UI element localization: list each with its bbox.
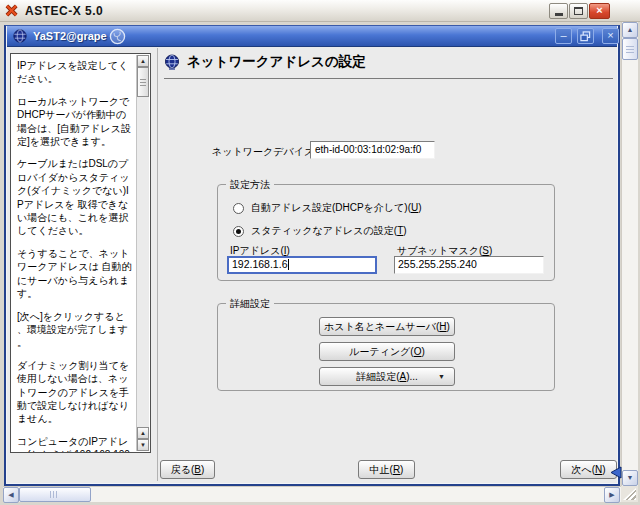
back-button[interactable]: 戻る(B) <box>160 460 215 479</box>
advanced-menu-button[interactable]: 詳細設定(A)... ▼ <box>319 367 455 386</box>
panel-divider <box>157 48 158 481</box>
abort-button[interactable]: 中止(R) <box>358 460 415 479</box>
help-scroll-thumb[interactable] <box>137 67 149 97</box>
next-button[interactable]: 次へ(N) <box>560 460 617 479</box>
scroll-up-button[interactable]: ▲ <box>137 427 149 439</box>
busy-swirl-cursor-icon <box>109 28 126 45</box>
close-icon: × <box>596 4 602 16</box>
help-paragraph: コンピュータのIPアドレス(たとえば 192.168.100.99)、ネットワー… <box>17 435 132 453</box>
arrow-down-icon: ▼ <box>627 474 634 481</box>
heading-separator <box>164 78 613 79</box>
help-scrollbar[interactable]: ▲ ▲ ▼ <box>136 55 149 451</box>
outer-horizontal-scrollbar[interactable]: ◀ ▶ <box>3 486 621 502</box>
yast-restore-button[interactable] <box>577 28 594 44</box>
yast-window-title: YaST2@grape <box>33 30 107 42</box>
restore-icon <box>580 31 591 42</box>
outer-window-title: ASTEC-X 5.0 <box>25 4 103 18</box>
help-paragraph: [次へ]をクリックすると、環境設定が完了します。 <box>17 310 132 350</box>
routing-button[interactable]: ルーティング(O) <box>319 342 455 361</box>
scroll-up-button[interactable]: ▲ <box>622 22 638 38</box>
hostname-nameserver-button[interactable]: ホスト名とネームサーバ(H) <box>319 317 455 336</box>
radio-button-icon[interactable] <box>233 203 244 214</box>
page-title: ネットワークアドレスの設定 <box>187 53 366 71</box>
yast2-window: YaST2@grape – × IPアドレスを設定してください。 ローカルネット… <box>4 25 620 486</box>
arrow-up-icon: ▲ <box>627 26 634 33</box>
text-caret <box>288 259 289 270</box>
ip-address-value: 192.168.1.6 <box>232 258 287 270</box>
help-paragraph: ダイナミック割り当てを使用しない場合は、ネットワークのアドレスを手動で設定しなけ… <box>17 359 132 426</box>
radio-dhcp[interactable]: 自動アドレス設定(DHCPを介して)(U) <box>233 201 422 215</box>
scroll-down-button[interactable]: ▼ <box>137 439 149 451</box>
groupbox-title: 設定方法 <box>226 178 274 192</box>
subnet-mask-input[interactable]: 255.255.255.240 <box>394 256 544 274</box>
arrow-up-icon: ▲ <box>140 430 146 436</box>
outer-minimize-button[interactable] <box>549 3 568 19</box>
arrow-left-icon: ◀ <box>8 491 13 498</box>
astec-x-logo-icon <box>5 3 20 18</box>
scroll-right-button[interactable]: ▶ <box>604 487 620 503</box>
radio-static-label[interactable]: スタティックなアドレスの設定(T) <box>251 224 407 238</box>
arrow-right-icon: ▶ <box>609 491 614 498</box>
yast-minimize-button[interactable]: – <box>555 28 572 44</box>
method-groupbox: 設定方法 自動アドレス設定(DHCPを介して)(U) スタティックなアドレスの設… <box>217 184 555 281</box>
scroll-left-button[interactable]: ◀ <box>3 487 19 503</box>
advanced-groupbox: 詳細設定 ホスト名とネームサーバ(H) ルーティング(O) 詳細設定(A)...… <box>217 303 555 391</box>
dropdown-arrow-icon: ▼ <box>438 373 445 380</box>
radio-static[interactable]: スタティックなアドレスの設定(T) <box>233 224 407 238</box>
minimize-icon: – <box>560 29 566 41</box>
scroll-up-button[interactable]: ▲ <box>137 55 149 67</box>
yast-globe-icon <box>164 54 180 70</box>
radio-button-icon[interactable] <box>233 226 244 237</box>
outer-titlebar[interactable]: ASTEC-X 5.0 <box>0 0 640 22</box>
page-heading: ネットワークアドレスの設定 <box>164 53 366 71</box>
close-icon: × <box>607 29 613 41</box>
device-label: ネットワークデバイス <box>212 145 314 159</box>
device-value-box: eth-id-00:03:1d:02:9a:f0 <box>310 141 435 159</box>
minimize-icon <box>555 13 563 16</box>
outer-close-button[interactable]: × <box>589 3 610 19</box>
outer-maximize-button[interactable] <box>569 3 588 19</box>
advanced-menu-label: 詳細設定(A)... <box>356 370 418 384</box>
radio-dhcp-label[interactable]: 自動アドレス設定(DHCPを介して)(U) <box>251 201 422 215</box>
vertical-scroll-thumb[interactable] <box>622 38 638 60</box>
yast-close-button[interactable]: × <box>602 28 619 44</box>
help-paragraph: そうすることで、ネットワークアドレスは 自動的にサーバから与えられます。 <box>17 247 132 301</box>
outer-vertical-scrollbar[interactable]: ▲ ▼ <box>621 22 638 486</box>
help-paragraph: ケーブルまたはDSLのプロバイダからスタティック(ダイナミックでない)IPアドレ… <box>17 157 132 237</box>
mouse-cursor <box>610 466 622 479</box>
help-paragraph: IPアドレスを設定してください。 <box>17 59 132 86</box>
yast-titlebar[interactable]: YaST2@grape <box>7 26 617 47</box>
help-panel: IPアドレスを設定してください。 ローカルネットワークでDHCPサーバが作動中の… <box>10 53 151 453</box>
help-paragraph: ローカルネットワークでDHCPサーバが作動中の場合は、[自動アドレス設定]を選択… <box>17 95 132 149</box>
groupbox-title: 詳細設定 <box>226 297 274 311</box>
arrow-up-icon: ▲ <box>140 58 146 64</box>
maximize-icon <box>574 7 583 15</box>
scroll-down-button[interactable]: ▼ <box>622 470 638 486</box>
resize-grip[interactable] <box>621 486 638 502</box>
yast-globe-icon <box>13 29 27 43</box>
arrow-down-icon: ▼ <box>140 442 146 448</box>
horizontal-scroll-thumb[interactable] <box>19 487 91 502</box>
ip-address-input[interactable]: 192.168.1.6 <box>227 256 377 274</box>
